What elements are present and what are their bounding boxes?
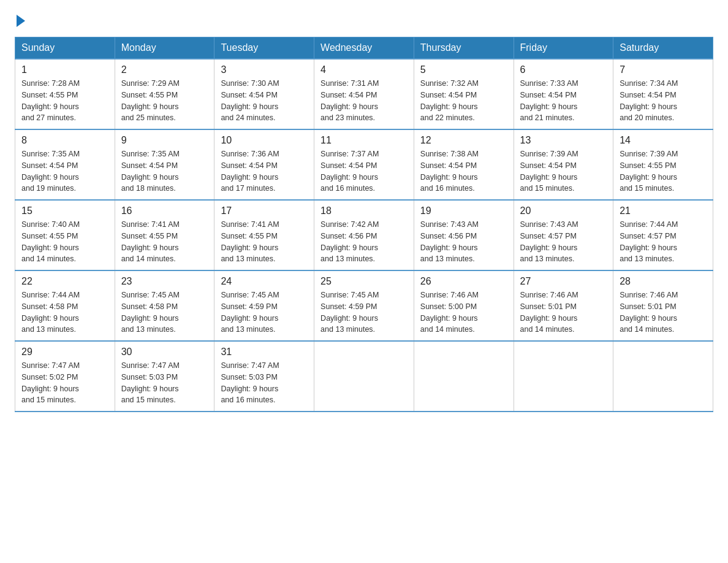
calendar-cell: 21 Sunrise: 7:44 AM Sunset: 4:57 PM Dayl… (613, 200, 713, 270)
calendar-table: SundayMondayTuesdayWednesdayThursdayFrid… (15, 37, 713, 412)
calendar-week-row: 15 Sunrise: 7:40 AM Sunset: 4:55 PM Dayl… (15, 200, 713, 270)
day-number: 30 (121, 347, 208, 358)
calendar-cell: 11 Sunrise: 7:37 AM Sunset: 4:54 PM Dayl… (314, 129, 414, 200)
calendar-week-row: 29 Sunrise: 7:47 AM Sunset: 5:02 PM Dayl… (15, 341, 713, 412)
calendar-cell: 6 Sunrise: 7:33 AM Sunset: 4:54 PM Dayli… (514, 59, 613, 129)
day-number: 14 (620, 135, 707, 146)
weekday-header-thursday: Thursday (414, 37, 514, 59)
weekday-header-wednesday: Wednesday (314, 37, 414, 59)
calendar-cell: 31 Sunrise: 7:47 AM Sunset: 5:03 PM Dayl… (214, 341, 314, 412)
day-number: 22 (21, 276, 108, 287)
calendar-cell: 12 Sunrise: 7:38 AM Sunset: 4:54 PM Dayl… (414, 129, 514, 200)
day-number: 25 (320, 276, 408, 287)
weekday-header-tuesday: Tuesday (214, 37, 314, 59)
calendar-cell: 16 Sunrise: 7:41 AM Sunset: 4:55 PM Dayl… (115, 200, 214, 270)
calendar-cell: 29 Sunrise: 7:47 AM Sunset: 5:02 PM Dayl… (15, 341, 115, 412)
day-info: Sunrise: 7:46 AM Sunset: 5:00 PM Dayligh… (420, 289, 507, 335)
day-info: Sunrise: 7:33 AM Sunset: 4:54 PM Dayligh… (520, 78, 607, 124)
logo-general-text (15, 15, 25, 27)
day-number: 13 (520, 135, 607, 146)
calendar-cell: 8 Sunrise: 7:35 AM Sunset: 4:54 PM Dayli… (15, 129, 115, 200)
calendar-cell: 4 Sunrise: 7:31 AM Sunset: 4:54 PM Dayli… (314, 59, 414, 129)
weekday-header-saturday: Saturday (613, 37, 713, 59)
calendar-cell: 13 Sunrise: 7:39 AM Sunset: 4:54 PM Dayl… (514, 129, 613, 200)
day-number: 2 (121, 64, 208, 75)
weekday-header-friday: Friday (514, 37, 613, 59)
logo-arrow-icon (17, 15, 25, 27)
calendar-cell (514, 341, 613, 412)
calendar-cell (414, 341, 514, 412)
calendar-cell: 20 Sunrise: 7:43 AM Sunset: 4:57 PM Dayl… (514, 200, 613, 270)
calendar-cell: 23 Sunrise: 7:45 AM Sunset: 4:58 PM Dayl… (115, 270, 214, 341)
day-info: Sunrise: 7:42 AM Sunset: 4:56 PM Dayligh… (320, 219, 408, 265)
day-number: 27 (520, 276, 607, 287)
day-info: Sunrise: 7:31 AM Sunset: 4:54 PM Dayligh… (320, 78, 408, 124)
day-number: 1 (21, 64, 108, 75)
day-number: 31 (221, 347, 308, 358)
calendar-cell: 2 Sunrise: 7:29 AM Sunset: 4:55 PM Dayli… (115, 59, 214, 129)
day-info: Sunrise: 7:29 AM Sunset: 4:55 PM Dayligh… (121, 78, 208, 124)
day-number: 21 (620, 205, 707, 216)
calendar-cell: 18 Sunrise: 7:42 AM Sunset: 4:56 PM Dayl… (314, 200, 414, 270)
day-info: Sunrise: 7:44 AM Sunset: 4:58 PM Dayligh… (21, 289, 108, 335)
day-info: Sunrise: 7:30 AM Sunset: 4:54 PM Dayligh… (221, 78, 308, 124)
day-number: 3 (221, 64, 308, 75)
calendar-cell: 7 Sunrise: 7:34 AM Sunset: 4:54 PM Dayli… (613, 59, 713, 129)
day-info: Sunrise: 7:45 AM Sunset: 4:59 PM Dayligh… (320, 289, 408, 335)
day-number: 17 (221, 205, 308, 216)
calendar-week-row: 1 Sunrise: 7:28 AM Sunset: 4:55 PM Dayli… (15, 59, 713, 129)
day-number: 26 (420, 276, 507, 287)
day-number: 11 (320, 135, 408, 146)
day-info: Sunrise: 7:37 AM Sunset: 4:54 PM Dayligh… (320, 148, 408, 194)
day-info: Sunrise: 7:28 AM Sunset: 4:55 PM Dayligh… (21, 78, 108, 124)
calendar-cell (314, 341, 414, 412)
logo (15, 15, 25, 27)
day-number: 29 (21, 347, 108, 358)
calendar-cell: 9 Sunrise: 7:35 AM Sunset: 4:54 PM Dayli… (115, 129, 214, 200)
calendar-cell: 24 Sunrise: 7:45 AM Sunset: 4:59 PM Dayl… (214, 270, 314, 341)
day-info: Sunrise: 7:43 AM Sunset: 4:57 PM Dayligh… (520, 219, 607, 265)
day-info: Sunrise: 7:41 AM Sunset: 4:55 PM Dayligh… (221, 219, 308, 265)
day-info: Sunrise: 7:32 AM Sunset: 4:54 PM Dayligh… (420, 78, 507, 124)
day-number: 4 (320, 64, 408, 75)
day-number: 7 (620, 64, 707, 75)
calendar-cell: 25 Sunrise: 7:45 AM Sunset: 4:59 PM Dayl… (314, 270, 414, 341)
calendar-cell (613, 341, 713, 412)
day-info: Sunrise: 7:46 AM Sunset: 5:01 PM Dayligh… (520, 289, 607, 335)
calendar-cell: 3 Sunrise: 7:30 AM Sunset: 4:54 PM Dayli… (214, 59, 314, 129)
page-header (15, 15, 713, 27)
calendar-cell: 30 Sunrise: 7:47 AM Sunset: 5:03 PM Dayl… (115, 341, 214, 412)
day-info: Sunrise: 7:39 AM Sunset: 4:55 PM Dayligh… (620, 148, 707, 194)
day-info: Sunrise: 7:34 AM Sunset: 4:54 PM Dayligh… (620, 78, 707, 124)
day-info: Sunrise: 7:43 AM Sunset: 4:56 PM Dayligh… (420, 219, 507, 265)
weekday-header-row: SundayMondayTuesdayWednesdayThursdayFrid… (15, 37, 713, 59)
calendar-cell: 27 Sunrise: 7:46 AM Sunset: 5:01 PM Dayl… (514, 270, 613, 341)
calendar-cell: 15 Sunrise: 7:40 AM Sunset: 4:55 PM Dayl… (15, 200, 115, 270)
calendar-cell: 5 Sunrise: 7:32 AM Sunset: 4:54 PM Dayli… (414, 59, 514, 129)
calendar-cell: 1 Sunrise: 7:28 AM Sunset: 4:55 PM Dayli… (15, 59, 115, 129)
calendar-cell: 19 Sunrise: 7:43 AM Sunset: 4:56 PM Dayl… (414, 200, 514, 270)
day-info: Sunrise: 7:35 AM Sunset: 4:54 PM Dayligh… (121, 148, 208, 194)
day-number: 24 (221, 276, 308, 287)
calendar-cell: 17 Sunrise: 7:41 AM Sunset: 4:55 PM Dayl… (214, 200, 314, 270)
day-number: 28 (620, 276, 707, 287)
day-info: Sunrise: 7:35 AM Sunset: 4:54 PM Dayligh… (21, 148, 108, 194)
calendar-cell: 22 Sunrise: 7:44 AM Sunset: 4:58 PM Dayl… (15, 270, 115, 341)
weekday-header-monday: Monday (115, 37, 214, 59)
day-info: Sunrise: 7:46 AM Sunset: 5:01 PM Dayligh… (620, 289, 707, 335)
day-info: Sunrise: 7:45 AM Sunset: 4:59 PM Dayligh… (221, 289, 308, 335)
day-number: 8 (21, 135, 108, 146)
day-info: Sunrise: 7:41 AM Sunset: 4:55 PM Dayligh… (121, 219, 208, 265)
day-info: Sunrise: 7:40 AM Sunset: 4:55 PM Dayligh… (21, 219, 108, 265)
day-number: 19 (420, 205, 507, 216)
day-number: 5 (420, 64, 507, 75)
calendar-week-row: 22 Sunrise: 7:44 AM Sunset: 4:58 PM Dayl… (15, 270, 713, 341)
day-number: 15 (21, 205, 108, 216)
day-number: 6 (520, 64, 607, 75)
day-info: Sunrise: 7:47 AM Sunset: 5:03 PM Dayligh… (121, 360, 208, 406)
calendar-week-row: 8 Sunrise: 7:35 AM Sunset: 4:54 PM Dayli… (15, 129, 713, 200)
calendar-cell: 14 Sunrise: 7:39 AM Sunset: 4:55 PM Dayl… (613, 129, 713, 200)
day-number: 23 (121, 276, 208, 287)
calendar-cell: 10 Sunrise: 7:36 AM Sunset: 4:54 PM Dayl… (214, 129, 314, 200)
day-info: Sunrise: 7:39 AM Sunset: 4:54 PM Dayligh… (520, 148, 607, 194)
